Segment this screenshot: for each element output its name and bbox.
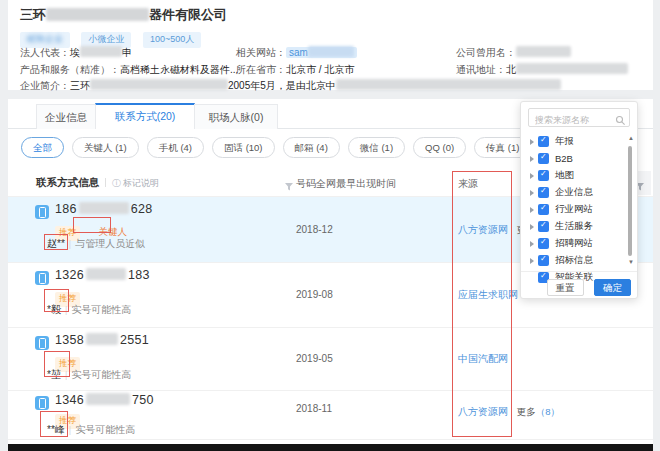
- filter-pill-mobile[interactable]: 手机 (4): [147, 137, 204, 158]
- person-name: **峰: [47, 424, 65, 435]
- expand-caret-icon[interactable]: [530, 241, 534, 247]
- scroll-up-arrow[interactable]: [628, 135, 634, 141]
- redacted-title-blur: [46, 8, 149, 21]
- source-search-box: [528, 108, 630, 127]
- redacted-blur: [516, 46, 571, 57]
- expand-caret-icon[interactable]: [530, 173, 534, 179]
- column-header-first-seen-date: 号码全网最早出现时间: [296, 177, 396, 191]
- source-link[interactable]: 应届生求职网: [458, 289, 518, 300]
- expand-caret-icon[interactable]: [530, 190, 534, 196]
- source-filter-panel: 年报 B2B 地图 企业信息 行业网站 生活服务 招聘网站 招标信息 智能关联 …: [520, 101, 638, 299]
- field-company-intro: 企业简介：三环2005年5月，是由北京中: [20, 79, 561, 93]
- checkbox-checked[interactable]: [538, 255, 549, 266]
- company-title: 三环器件有限公司: [20, 6, 227, 24]
- column-header-contact-info: 联系方式信息标记说明: [36, 176, 159, 190]
- scroll-down-arrow[interactable]: [628, 259, 634, 265]
- expand-caret-icon[interactable]: [530, 224, 534, 230]
- key-person-badge: 关键人: [98, 226, 127, 237]
- expand-caret-icon[interactable]: [530, 207, 534, 213]
- info-circle-icon: [112, 178, 123, 188]
- checkbox-checked[interactable]: [538, 204, 549, 215]
- first-seen-date: 2018-12: [296, 224, 333, 235]
- contact-person: *毅|实号可能性高: [47, 303, 131, 317]
- person-name: *毅: [47, 304, 61, 315]
- person-note: 与管理人员近似: [75, 238, 145, 249]
- first-seen-date: 2018-11: [296, 403, 332, 414]
- website-link[interactable]: sam: [289, 47, 308, 58]
- contact-person: **峰|实号可能性高: [47, 423, 135, 437]
- filter-pill-key-person[interactable]: 关键人 (1): [72, 137, 139, 158]
- source-option[interactable]: 企业信息: [528, 184, 625, 201]
- bottom-black-bar: [8, 444, 653, 451]
- contact-person: *堃|实号可能性高: [47, 368, 131, 382]
- mobile-phone-icon: [35, 336, 49, 350]
- panel-footer: 重置 确定: [521, 271, 637, 298]
- reset-button[interactable]: 重置: [547, 279, 584, 296]
- tab-contact-info-active[interactable]: 联系方式(20): [95, 103, 195, 129]
- field-products: 产品和服务（精准）：高档稀土永磁材料及器件...: [20, 63, 238, 77]
- company-tags: 瞪羚企业 小微企业 100~500人: [20, 28, 208, 48]
- field-former-name: 公司曾用名：: [456, 46, 571, 60]
- redacted-number-blur: [86, 268, 126, 280]
- checkbox-checked[interactable]: [538, 238, 549, 249]
- source-link[interactable]: 八方资源网: [458, 406, 508, 417]
- phone-number: 13582551: [55, 333, 149, 347]
- filter-pill-qq[interactable]: QQ (0): [413, 137, 466, 158]
- phone-number: 186628: [55, 202, 153, 216]
- source-link[interactable]: 八方资源网: [458, 224, 508, 235]
- contact-person: 赵**|与管理人员近似: [47, 237, 145, 251]
- checkbox-checked[interactable]: [538, 187, 549, 198]
- source-option[interactable]: 年报: [528, 133, 625, 150]
- scrollbar-thumb[interactable]: [628, 146, 632, 256]
- source-link[interactable]: 中国汽配网: [458, 353, 508, 364]
- field-related-website: 相关网站：sam: [236, 46, 357, 60]
- checkbox-checked[interactable]: [538, 153, 549, 164]
- company-tag: 100~500人: [143, 32, 201, 48]
- filter-pill-wechat[interactable]: 微信 (1): [348, 137, 405, 158]
- redacted-number-blur: [86, 393, 130, 405]
- more-sources-link[interactable]: 更多（8）: [517, 406, 560, 417]
- source-option[interactable]: 生活服务: [528, 218, 625, 235]
- phone-number: 1326183: [55, 268, 150, 282]
- mobile-phone-icon: [35, 271, 49, 285]
- field-region: 所在省市：北京市 / 北京市: [236, 63, 354, 77]
- contact-row[interactable]: 1346750 推荐 **峰|实号可能性高 2018-11 八方资源网 更多（8…: [8, 390, 653, 440]
- first-seen-date: 2019-08: [296, 289, 333, 300]
- contact-type-filters: 全部 关键人 (1) 手机 (4) 固话 (10) 邮箱 (4) 微信 (1) …: [21, 137, 597, 158]
- contact-row[interactable]: 13582551 推荐 *堃|实号可能性高 2019-05 中国汽配网: [8, 327, 653, 390]
- source-option[interactable]: 地图: [528, 167, 625, 184]
- checkbox-checked[interactable]: [538, 170, 549, 181]
- expand-caret-icon[interactable]: [530, 258, 534, 264]
- search-icon: [615, 112, 626, 130]
- checkbox-checked[interactable]: [538, 221, 549, 232]
- phone-number: 1346750: [55, 393, 154, 407]
- expand-caret-icon[interactable]: [530, 156, 534, 162]
- source-option[interactable]: 行业网站: [528, 201, 625, 218]
- source-option-list: 年报 B2B 地图 企业信息 行业网站 生活服务 招聘网站 招标信息 智能关联: [528, 133, 625, 286]
- redacted-blur: [308, 46, 354, 57]
- company-header-card: 三环器件有限公司 瞪羚企业 小微企业 100~500人 法人代表：埃申 相关网站…: [8, 0, 653, 90]
- filter-pill-all[interactable]: 全部: [21, 137, 64, 158]
- redacted-blur: [516, 63, 628, 74]
- filter-pill-landline[interactable]: 固话 (10): [212, 137, 275, 158]
- mark-legend-link[interactable]: 标记说明: [112, 178, 159, 188]
- redacted-number-blur: [79, 202, 129, 214]
- filter-funnel-icon[interactable]: [284, 178, 294, 196]
- person-name: 赵**: [47, 238, 65, 249]
- person-note: 实号可能性高: [75, 424, 135, 435]
- tab-company-info[interactable]: 企业信息: [36, 104, 96, 129]
- redacted-blur: [90, 79, 228, 90]
- divider: [105, 178, 106, 187]
- filter-pill-email[interactable]: 邮箱 (4): [283, 137, 340, 158]
- source-search-input[interactable]: [529, 112, 629, 129]
- tab-workplace-network[interactable]: 职场人脉(0): [194, 104, 278, 129]
- person-name: *堃: [47, 369, 61, 380]
- first-seen-date: 2019-05: [296, 353, 333, 364]
- source-option[interactable]: B2B: [528, 150, 625, 167]
- checkbox-checked[interactable]: [538, 136, 549, 147]
- confirm-button[interactable]: 确定: [594, 279, 631, 296]
- expand-caret-icon[interactable]: [530, 139, 534, 145]
- source-option[interactable]: 招标信息: [528, 252, 625, 269]
- source-option[interactable]: 招聘网站: [528, 235, 625, 252]
- column-header-source: 来源: [458, 177, 478, 191]
